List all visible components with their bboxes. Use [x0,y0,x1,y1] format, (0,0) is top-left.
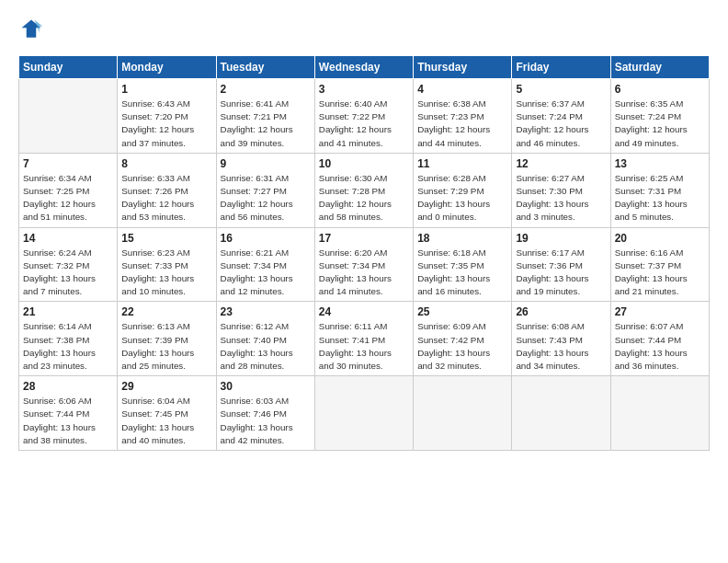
calendar-cell: 27Sunrise: 6:07 AM Sunset: 7:44 PM Dayli… [610,302,709,376]
day-number: 29 [121,380,211,393]
calendar-cell: 17Sunrise: 6:20 AM Sunset: 7:34 PM Dayli… [314,227,413,302]
logo-icon [18,17,44,42]
calendar-cell: 10Sunrise: 6:30 AM Sunset: 7:28 PM Dayli… [314,153,413,227]
day-info: Sunrise: 6:30 AM Sunset: 7:28 PM Dayligh… [319,172,409,224]
day-info: Sunrise: 6:40 AM Sunset: 7:22 PM Dayligh… [319,98,409,150]
calendar-cell: 29Sunrise: 6:04 AM Sunset: 7:45 PM Dayli… [118,376,216,451]
calendar-cell: 30Sunrise: 6:03 AM Sunset: 7:46 PM Dayli… [216,376,314,451]
calendar-cell: 14Sunrise: 6:24 AM Sunset: 7:32 PM Dayli… [19,227,118,302]
day-number: 23 [221,305,311,318]
calendar-cell: 9Sunrise: 6:31 AM Sunset: 7:27 PM Daylig… [216,153,314,227]
day-number: 5 [516,83,606,96]
calendar-cell: 25Sunrise: 6:09 AM Sunset: 7:42 PM Dayli… [414,302,512,376]
day-info: Sunrise: 6:04 AM Sunset: 7:45 PM Dayligh… [121,395,211,447]
calendar-table: Sunday Monday Tuesday Wednesday Thursday… [18,55,710,451]
calendar-cell: 4Sunrise: 6:38 AM Sunset: 7:23 PM Daylig… [414,79,512,154]
day-number: 8 [121,157,211,170]
calendar-cell: 3Sunrise: 6:40 AM Sunset: 7:22 PM Daylig… [314,79,413,154]
day-info: Sunrise: 6:09 AM Sunset: 7:42 PM Dayligh… [417,320,507,373]
calendar-cell: 8Sunrise: 6:33 AM Sunset: 7:26 PM Daylig… [118,153,216,227]
day-number: 21 [23,305,113,318]
calendar-cell [610,376,709,451]
calendar-cell: 20Sunrise: 6:16 AM Sunset: 7:37 PM Dayli… [610,227,709,302]
day-info: Sunrise: 6:41 AM Sunset: 7:21 PM Dayligh… [221,98,311,150]
day-number: 19 [516,232,606,245]
day-info: Sunrise: 6:12 AM Sunset: 7:40 PM Dayligh… [221,320,311,373]
calendar-cell: 26Sunrise: 6:08 AM Sunset: 7:43 PM Dayli… [512,302,610,376]
day-info: Sunrise: 6:28 AM Sunset: 7:29 PM Dayligh… [417,172,507,224]
day-number: 10 [319,157,409,170]
calendar-header: Sunday Monday Tuesday Wednesday Thursday… [19,56,710,79]
day-number: 22 [121,305,211,318]
day-number: 9 [221,157,311,170]
day-number: 3 [319,83,409,96]
day-info: Sunrise: 6:08 AM Sunset: 7:43 PM Dayligh… [516,320,606,373]
calendar-cell: 21Sunrise: 6:14 AM Sunset: 7:38 PM Dayli… [19,302,118,376]
calendar-cell: 13Sunrise: 6:25 AM Sunset: 7:31 PM Dayli… [610,153,709,227]
day-info: Sunrise: 6:33 AM Sunset: 7:26 PM Dayligh… [121,172,211,224]
day-number: 7 [23,157,113,170]
calendar-cell: 24Sunrise: 6:11 AM Sunset: 7:41 PM Dayli… [314,302,413,376]
col-sunday: Sunday [19,56,118,79]
calendar-cell: 1Sunrise: 6:43 AM Sunset: 7:20 PM Daylig… [118,79,216,154]
day-number: 1 [121,83,211,96]
day-info: Sunrise: 6:21 AM Sunset: 7:34 PM Dayligh… [221,247,311,299]
day-number: 28 [23,380,113,393]
col-saturday: Saturday [610,56,709,79]
day-info: Sunrise: 6:37 AM Sunset: 7:24 PM Dayligh… [516,98,606,150]
calendar-cell: 28Sunrise: 6:06 AM Sunset: 7:44 PM Dayli… [19,376,118,451]
day-info: Sunrise: 6:23 AM Sunset: 7:33 PM Dayligh… [121,247,211,299]
day-info: Sunrise: 6:17 AM Sunset: 7:36 PM Dayligh… [516,247,606,299]
col-friday: Friday [512,56,610,79]
day-number: 24 [319,305,409,318]
day-info: Sunrise: 6:16 AM Sunset: 7:37 PM Dayligh… [615,247,705,299]
day-number: 11 [417,157,507,170]
calendar-cell [512,376,610,451]
day-info: Sunrise: 6:18 AM Sunset: 7:35 PM Dayligh… [417,247,507,299]
day-number: 17 [319,232,409,245]
calendar-cell: 19Sunrise: 6:17 AM Sunset: 7:36 PM Dayli… [512,227,610,302]
day-info: Sunrise: 6:25 AM Sunset: 7:31 PM Dayligh… [615,172,705,224]
col-monday: Monday [118,56,216,79]
day-number: 4 [417,83,507,96]
calendar-week-1: 1Sunrise: 6:43 AM Sunset: 7:20 PM Daylig… [19,79,710,154]
day-number: 12 [516,157,606,170]
day-info: Sunrise: 6:03 AM Sunset: 7:46 PM Dayligh… [221,395,311,447]
calendar-cell: 11Sunrise: 6:28 AM Sunset: 7:29 PM Dayli… [414,153,512,227]
calendar-cell: 18Sunrise: 6:18 AM Sunset: 7:35 PM Dayli… [414,227,512,302]
day-info: Sunrise: 6:14 AM Sunset: 7:38 PM Dayligh… [23,320,113,373]
day-number: 27 [615,305,705,318]
day-info: Sunrise: 6:31 AM Sunset: 7:27 PM Dayligh… [221,172,311,224]
calendar-cell: 5Sunrise: 6:37 AM Sunset: 7:24 PM Daylig… [512,79,610,154]
calendar-cell: 22Sunrise: 6:13 AM Sunset: 7:39 PM Dayli… [118,302,216,376]
day-number: 14 [23,232,113,245]
calendar-body: 1Sunrise: 6:43 AM Sunset: 7:20 PM Daylig… [19,79,710,451]
day-number: 2 [221,83,311,96]
day-info: Sunrise: 6:06 AM Sunset: 7:44 PM Dayligh… [23,395,113,447]
day-info: Sunrise: 6:43 AM Sunset: 7:20 PM Dayligh… [121,98,211,150]
calendar-week-5: 28Sunrise: 6:06 AM Sunset: 7:44 PM Dayli… [19,376,710,451]
header-row: Sunday Monday Tuesday Wednesday Thursday… [19,56,710,79]
col-thursday: Thursday [414,56,512,79]
day-info: Sunrise: 6:13 AM Sunset: 7:39 PM Dayligh… [121,320,211,373]
day-number: 13 [615,157,705,170]
header [18,17,710,42]
day-number: 16 [221,232,311,245]
day-info: Sunrise: 6:20 AM Sunset: 7:34 PM Dayligh… [319,247,409,299]
calendar-cell: 7Sunrise: 6:34 AM Sunset: 7:25 PM Daylig… [19,153,118,227]
calendar-week-3: 14Sunrise: 6:24 AM Sunset: 7:32 PM Dayli… [19,227,710,302]
day-number: 18 [417,232,507,245]
calendar-week-2: 7Sunrise: 6:34 AM Sunset: 7:25 PM Daylig… [19,153,710,227]
calendar-cell: 6Sunrise: 6:35 AM Sunset: 7:24 PM Daylig… [610,79,709,154]
day-number: 15 [121,232,211,245]
col-wednesday: Wednesday [314,56,413,79]
logo [18,17,48,42]
calendar-cell: 23Sunrise: 6:12 AM Sunset: 7:40 PM Dayli… [216,302,314,376]
day-number: 30 [221,380,311,393]
col-tuesday: Tuesday [216,56,314,79]
page: Sunday Monday Tuesday Wednesday Thursday… [0,0,728,460]
day-info: Sunrise: 6:38 AM Sunset: 7:23 PM Dayligh… [417,98,507,150]
calendar-cell [19,79,118,154]
day-info: Sunrise: 6:11 AM Sunset: 7:41 PM Dayligh… [319,320,409,373]
day-number: 25 [417,305,507,318]
